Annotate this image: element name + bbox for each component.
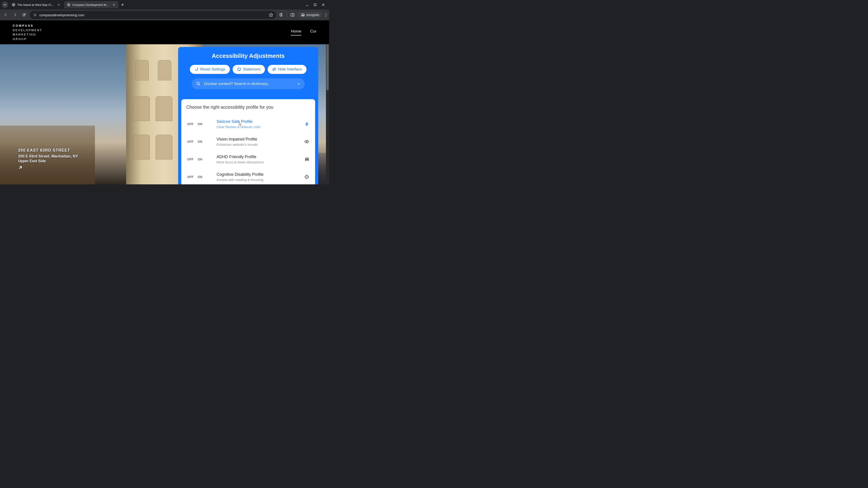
toggle-off[interactable]: OFF xyxy=(187,158,193,161)
nav-cur[interactable]: Cur xyxy=(310,29,316,35)
incognito-badge[interactable]: Incognito xyxy=(298,12,322,18)
extensions-button[interactable] xyxy=(279,13,283,17)
statement-button[interactable]: Statement xyxy=(232,65,265,74)
chevron-down-icon xyxy=(4,3,6,6)
reload-icon xyxy=(22,13,26,17)
toolbar-right: Incognito xyxy=(279,12,327,18)
puzzle-icon xyxy=(279,13,283,17)
svg-point-7 xyxy=(302,15,303,16)
dictionary-search[interactable]: Unclear content? Search in dictionary... xyxy=(192,78,305,89)
bookmark-button[interactable] xyxy=(269,13,273,17)
plus-icon xyxy=(121,3,124,6)
profile-desc: More focus & fewer distractions xyxy=(217,160,300,164)
logo-line: GROUP xyxy=(13,37,42,41)
toggle-off[interactable]: OFF xyxy=(187,122,193,126)
forward-button[interactable] xyxy=(12,12,18,18)
panel-icon xyxy=(290,13,294,17)
svg-point-1 xyxy=(68,4,70,6)
site-settings-button[interactable] xyxy=(33,13,37,17)
site-logo[interactable]: COMPASS DEVELOPMENT MARKETING GROUP xyxy=(13,24,42,41)
browser-chrome: The Island at West Bay Club at Compass D… xyxy=(0,0,329,20)
search-placeholder: Unclear content? Search in dictionary... xyxy=(204,82,294,86)
tune-icon xyxy=(33,13,37,17)
incognito-icon xyxy=(301,13,305,17)
toggle-on[interactable]: ON xyxy=(197,140,202,143)
svg-rect-2 xyxy=(314,4,316,6)
browser-toolbar: compassdevelopmentmg.com Incognito xyxy=(0,9,329,20)
side-panel-button[interactable] xyxy=(290,13,294,17)
browser-tab[interactable]: The Island at West Bay Club at xyxy=(9,1,63,8)
a11y-action-buttons: Reset Settings Statement Hide Interface xyxy=(185,65,311,74)
star-icon xyxy=(269,13,273,17)
svg-point-8 xyxy=(303,15,304,16)
layout-icon xyxy=(305,157,309,162)
button-label: Hide Interface xyxy=(278,67,302,72)
toggle-off[interactable]: OFF xyxy=(187,140,193,143)
logo-line: MARKETING xyxy=(13,32,42,37)
profile-toggle[interactable]: OFF ON xyxy=(187,122,212,126)
eye-icon xyxy=(304,139,309,144)
reload-button[interactable] xyxy=(21,12,27,18)
close-icon xyxy=(58,4,60,6)
tab-title: The Island at West Bay Club at xyxy=(17,3,55,6)
maximize-button[interactable] xyxy=(314,3,316,6)
window-controls xyxy=(306,3,327,6)
close-icon xyxy=(113,4,115,6)
reset-icon xyxy=(194,67,198,71)
profile-info: ADHD Friendly Profile More focus & fewer… xyxy=(217,155,300,164)
chevron-down-icon xyxy=(297,82,300,86)
svg-point-14 xyxy=(306,141,307,142)
property-link-arrow[interactable] xyxy=(18,167,23,170)
toggle-on[interactable]: ON xyxy=(197,175,202,179)
profile-toggle[interactable]: OFF ON xyxy=(187,175,212,179)
minimize-button[interactable] xyxy=(306,3,308,6)
document-icon xyxy=(237,67,241,71)
profile-name: Seizure Safe Profile xyxy=(217,119,300,124)
lightning-icon xyxy=(305,122,309,126)
toggle-on[interactable]: ON xyxy=(197,122,202,126)
reset-settings-button[interactable]: Reset Settings xyxy=(190,65,230,74)
address-bar[interactable]: compassdevelopmentmg.com xyxy=(30,11,276,19)
hero-caption: 200 EAST 83RD STREET 200 E 83rd Street, … xyxy=(18,148,78,171)
arrow-up-right-icon xyxy=(18,165,23,170)
a11y-profiles-section: Choose the right accessibility profile f… xyxy=(181,99,315,184)
profile-toggle[interactable]: OFF ON xyxy=(187,158,212,161)
profile-adhd-friendly: OFF ON ADHD Friendly Profile More focus … xyxy=(185,151,311,168)
url-text: compassdevelopmentmg.com xyxy=(39,13,267,17)
arrow-left-icon xyxy=(4,13,8,17)
profile-toggle[interactable]: OFF ON xyxy=(187,140,212,143)
logo-line: COMPASS xyxy=(13,24,42,28)
tab-close-button[interactable] xyxy=(57,3,61,6)
svg-rect-15 xyxy=(305,158,309,159)
eye-off-icon xyxy=(272,67,276,71)
svg-point-18 xyxy=(306,176,307,177)
svg-point-0 xyxy=(13,4,14,6)
scrollbar-thumb[interactable] xyxy=(327,41,329,90)
svg-point-4 xyxy=(35,15,36,15)
hide-interface-button[interactable]: Hide Interface xyxy=(268,65,307,74)
profile-desc: Enhances website's visuals xyxy=(217,142,300,147)
tab-close-button[interactable] xyxy=(112,3,116,6)
section-heading: Choose the right accessibility profile f… xyxy=(185,105,311,110)
dots-vertical-icon xyxy=(326,13,327,17)
new-tab-button[interactable] xyxy=(119,2,126,8)
profile-seizure-safe: OFF ON Seizure Safe Profile Clear flashe… xyxy=(185,115,311,133)
close-window-button[interactable] xyxy=(322,3,324,6)
svg-rect-16 xyxy=(305,160,309,161)
menu-button[interactable] xyxy=(326,13,327,17)
browser-tab-active[interactable]: Compass Development Marketi xyxy=(64,1,119,8)
profile-name: Vision Impaired Profile xyxy=(217,137,300,142)
toggle-off[interactable]: OFF xyxy=(187,175,193,179)
profile-name: Cognitive Disability Profile xyxy=(217,172,300,177)
property-area: Upper East Side xyxy=(18,159,78,163)
tab-search-button[interactable] xyxy=(2,2,8,8)
button-label: Reset Settings xyxy=(200,67,225,72)
back-button[interactable] xyxy=(3,12,9,18)
nav-home[interactable]: Home xyxy=(291,29,301,35)
svg-point-5 xyxy=(35,15,35,16)
page-scrollbar[interactable] xyxy=(326,41,329,184)
profile-name: ADHD Friendly Profile xyxy=(217,155,300,159)
toggle-on[interactable]: ON xyxy=(197,158,202,161)
a11y-title: Accessibility Adjustments xyxy=(185,53,311,59)
close-icon xyxy=(322,3,324,6)
